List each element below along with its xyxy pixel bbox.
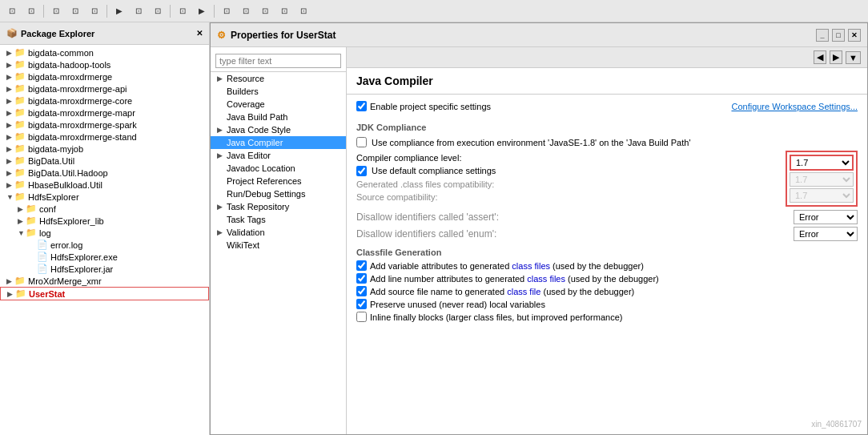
package-explorer-close-icon[interactable]: ✕	[196, 29, 203, 38]
package-explorer-header: 📦 Package Explorer ✕	[0, 22, 209, 45]
toolbar-btn-11[interactable]: ⊡	[218, 2, 235, 20]
tree-item[interactable]: ▶📁BigData.Util.Hadoop	[0, 167, 209, 179]
tree-item[interactable]: ▶📁HdfsExplorer_lib	[0, 215, 209, 227]
tree-item[interactable]: ▶📁BigData.Util	[0, 155, 209, 167]
tree-item[interactable]: 📄error.log	[0, 239, 209, 251]
tree-item[interactable]: ▶📁bigdata-mroxdrmerge-spark	[0, 119, 209, 131]
nav-item[interactable]: Coverage	[211, 98, 346, 111]
nav-item[interactable]: Run/Debug Settings	[211, 187, 346, 200]
tree-item[interactable]: ▶📁bigdata-hadoop-tools	[0, 58, 209, 70]
tree-item[interactable]: ▶📁bigdata-myjob	[0, 143, 209, 155]
generated-class-select[interactable]: 1.7	[790, 172, 854, 187]
disallow-assert-select[interactable]: Error Warning Ignore	[794, 210, 858, 224]
toolbar-btn-2[interactable]: ⊡	[22, 2, 40, 20]
properties-dialog: ⚙ Properties for UserStat _ □ ✕ ▶Resourc…	[210, 22, 868, 435]
toolbar-btn-10[interactable]: ▶	[193, 2, 211, 20]
nav-item[interactable]: ▶Task Repository	[211, 200, 346, 213]
nav-item[interactable]: Javadoc Location	[211, 162, 346, 175]
disallow-enum-select[interactable]: Error Warning Ignore	[794, 227, 858, 241]
nav-item[interactable]: ▶Resource	[211, 72, 346, 85]
expand-arrow-icon: ▶	[6, 169, 14, 177]
toolbar-btn-4[interactable]: ⊡	[66, 2, 84, 20]
toolbar-btn-5[interactable]: ⊡	[86, 2, 103, 20]
classfile-checkbox-4[interactable]	[356, 312, 367, 322]
forward-button[interactable]: ▶	[830, 50, 842, 64]
enable-project-specific-checkbox[interactable]	[356, 101, 367, 111]
tree-item[interactable]: 📄HdfsExplorer.jar	[0, 263, 209, 275]
tree-item[interactable]: ▼📁HdfsExplorer	[0, 191, 209, 203]
toolbar-btn-15[interactable]: ⊡	[295, 2, 312, 20]
nav-search-container	[211, 50, 346, 72]
expand-arrow-icon: ▶	[6, 145, 14, 153]
project-specific-row: Enable project specific settings Configu…	[356, 101, 858, 111]
use-compliance-checkbox[interactable]	[356, 137, 367, 147]
tree-item[interactable]: ▼📁log	[0, 227, 209, 239]
tree-item[interactable]: ▶📁conf	[0, 203, 209, 215]
tree-item[interactable]: ▶📁bigdata-mroxdrmerge-mapr	[0, 107, 209, 119]
toolbar-btn-1[interactable]: ⊡	[3, 2, 21, 20]
minimize-button[interactable]: _	[816, 29, 829, 42]
tree-item-label: bigdata-mroxdrmerge-mapr	[28, 108, 135, 118]
java-compiler-content: Enable project specific settings Configu…	[347, 95, 867, 434]
tree-item[interactable]: ▶📁HbaseBulkload.Util	[0, 179, 209, 191]
toolbar-sep-4	[214, 5, 215, 18]
nav-item[interactable]: Task Tags	[211, 213, 346, 226]
nav-item[interactable]: Java Build Path	[211, 111, 346, 123]
tree-item[interactable]: ▶📁bigdata-mroxdrmerge	[0, 70, 209, 83]
maximize-button[interactable]: □	[832, 29, 845, 42]
disallow-enum-label: Disallow identifiers called 'enum':	[356, 228, 581, 240]
nav-filter-input[interactable]	[215, 54, 341, 68]
classfile-section: Classfile Generation Add variable attrib…	[356, 248, 858, 322]
tree-item[interactable]: ▶📁bigdata-mroxdrmerge-api	[0, 83, 209, 95]
tree-item[interactable]: ▶📁bigdata-common	[0, 46, 209, 58]
toolbar-btn-3[interactable]: ⊡	[47, 2, 65, 20]
nav-item[interactable]: ▶Java Code Style	[211, 123, 346, 136]
toolbar-btn-8[interactable]: ⊡	[149, 2, 167, 20]
classfile-check-row: Add line number attributes to generated …	[356, 273, 858, 284]
back-button[interactable]: ◀	[814, 50, 826, 64]
tree-item[interactable]: 📄HdfsExplorer.exe	[0, 251, 209, 263]
close-button[interactable]: ✕	[848, 29, 861, 42]
nav-item-label: Validation	[227, 228, 265, 237]
nav-item-label: Builders	[227, 87, 259, 96]
tree-item[interactable]: ▶📁MroXdrMerge_xmr	[0, 275, 209, 287]
nav-expand-arrow-icon: ▶	[217, 75, 227, 83]
compiler-compliance-select[interactable]: 1.7 1.6 1.8	[790, 155, 854, 171]
nav-item[interactable]: ▶Java Editor	[211, 149, 346, 162]
nav-item[interactable]: ▶Validation	[211, 226, 346, 239]
jdk-compliance-title: JDK Compliance	[356, 123, 858, 132]
folder-icon: 📁	[14, 95, 26, 106]
configure-workspace-link[interactable]: Configure Workspace Settings...	[731, 102, 858, 111]
tree-item[interactable]: ▶📁bigdata-mroxdrmerge-stand	[0, 131, 209, 143]
nav-dropdown-button[interactable]: ▼	[846, 51, 861, 64]
toolbar-btn-13[interactable]: ⊡	[256, 2, 274, 20]
tree-item[interactable]: ▶📁UserStat	[0, 287, 209, 300]
nav-item[interactable]: Project References	[211, 175, 346, 187]
toolbar-btn-6[interactable]: ▶	[111, 2, 128, 20]
tree-item[interactable]: ▶📁bigdata-mroxdrmerge-core	[0, 95, 209, 107]
nav-expand-arrow-icon: ▶	[217, 228, 227, 236]
expand-arrow-icon: ▶	[6, 49, 14, 57]
nav-item[interactable]: Java Compiler	[211, 136, 346, 149]
classfile-check-row: Add source file name to generated class …	[356, 286, 858, 296]
toolbar-btn-12[interactable]: ⊡	[237, 2, 255, 20]
tree-item-label: bigdata-myjob	[28, 144, 83, 154]
classfile-checkbox-3[interactable]	[356, 299, 367, 309]
toolbar-btn-9[interactable]: ⊡	[174, 2, 191, 20]
classfile-label-3: Preserve unused (never read) local varia…	[370, 300, 545, 309]
nav-item[interactable]: Builders	[211, 85, 346, 98]
classfile-checkbox-1[interactable]	[356, 273, 367, 284]
nav-item[interactable]: WikiText	[211, 239, 346, 252]
tree-item-label: HdfsExplorer.exe	[50, 252, 118, 262]
source-compat-select[interactable]: 1.7	[790, 188, 854, 203]
nav-expand-arrow-icon: ▶	[217, 126, 227, 134]
expand-arrow-icon: ▶	[7, 290, 15, 298]
toolbar-btn-14[interactable]: ⊡	[275, 2, 293, 20]
use-default-compliance-checkbox[interactable]	[356, 166, 367, 176]
classfile-checkbox-0[interactable]	[356, 260, 367, 271]
classfile-checkbox-2[interactable]	[356, 286, 367, 296]
java-build-path-link[interactable]: 'Java Build Path'	[626, 138, 691, 147]
toolbar-btn-7[interactable]: ⊡	[130, 2, 147, 20]
nav-item-label: Task Repository	[227, 202, 289, 211]
folder-icon: 📁	[14, 83, 26, 94]
